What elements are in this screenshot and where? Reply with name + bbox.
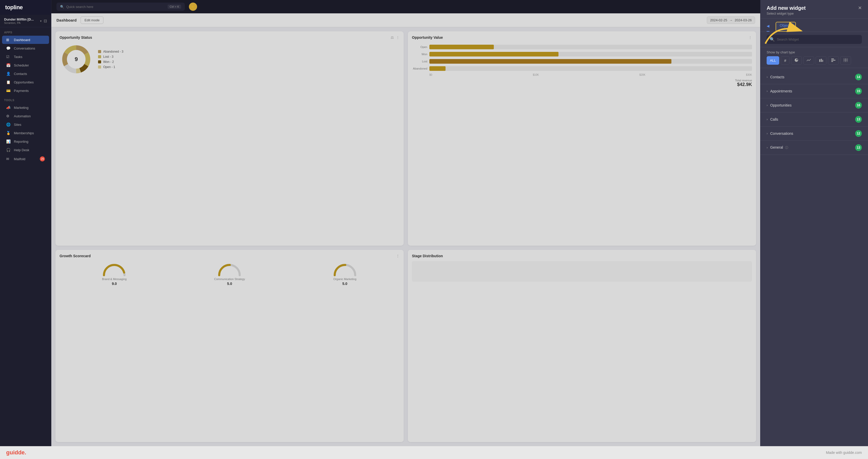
scorecard-item-brand: Brand & Messaging 9.0: [101, 261, 127, 286]
more-icon[interactable]: ⋮: [748, 35, 752, 39]
sidebar: topline Dunder Mifflin [D... Scranton, P…: [0, 0, 51, 446]
category-appointments[interactable]: › Appointments 15: [761, 84, 868, 98]
apps-section-label: Apps: [0, 27, 51, 35]
dashboard-bar: Dashboard Edit mode 2024-02-25 → 2024-03…: [51, 13, 760, 27]
chevron-right-icon: ›: [767, 118, 768, 121]
chevron-right-icon: ›: [767, 146, 768, 149]
scorecard-item-organic: Organic Marketing 5.0: [332, 261, 358, 286]
x-axis-labels: $0 $10K $20K $30K: [412, 73, 752, 76]
chevron-right-icon: ›: [767, 132, 768, 135]
category-opportunities[interactable]: › Opportunities 16: [761, 98, 868, 113]
legend-item: Won - 2: [98, 60, 123, 64]
legend-label-won: Won - 2: [103, 60, 114, 64]
x-label: $30K: [746, 73, 752, 76]
helpdesk-icon: 🎧: [6, 148, 11, 152]
tab-objects[interactable]: Objects: [776, 22, 796, 32]
chart-type-all[interactable]: ALL: [767, 56, 779, 65]
bar-label: Won: [412, 53, 427, 56]
stage-distribution-placeholder: [412, 261, 752, 282]
widget-header: Opportunity Value ⋮: [412, 35, 752, 39]
bar-track: [429, 45, 752, 49]
panel-title: Add new widget: [767, 5, 806, 11]
filter-icon[interactable]: ⚖: [391, 35, 394, 39]
category-contacts[interactable]: › Contacts 14: [761, 70, 868, 84]
category-general[interactable]: › General ⓘ 13: [761, 141, 868, 155]
footer: guidde. Made with guidde.com: [0, 446, 868, 459]
category-count-badge: 14: [855, 74, 862, 80]
workspace-selector[interactable]: Dunder Mifflin [D... Scranton, PA ▾ ⊟: [0, 15, 51, 27]
sidebar-item-conversations[interactable]: 💬 Conversations: [2, 44, 49, 52]
sidebar-item-dashboard[interactable]: ⊞ Dashboard: [2, 36, 49, 44]
sidebar-item-tasks[interactable]: ☑ Tasks: [2, 53, 49, 61]
sidebar-item-reporting[interactable]: 📊 Reporting: [2, 137, 49, 146]
dashboard-icon: ⊞: [6, 38, 11, 42]
chevron-right-icon: ›: [767, 103, 768, 107]
widget-title: Growth Scorecard: [60, 254, 91, 258]
bar-row-lost: Lost: [412, 59, 752, 64]
edit-mode-button[interactable]: Edit mode: [81, 17, 103, 24]
chart-type-table[interactable]: [840, 56, 851, 65]
category-count-badge: 13: [855, 116, 862, 123]
sidebar-item-helpdesk[interactable]: 🎧 Help Desk: [2, 146, 49, 154]
chart-type-hbar[interactable]: [828, 56, 839, 65]
chart-type-number[interactable]: #: [781, 56, 789, 65]
scorecard-label: Organic Marketing: [332, 277, 358, 281]
scorecard-label: Brand & Messaging: [101, 277, 127, 281]
more-icon[interactable]: ⋮: [396, 254, 400, 258]
widget-opportunity-status: Opportunity Status ⚖ ⋮: [56, 31, 404, 246]
sidebar-item-opportunities[interactable]: 📋 Opportunities: [2, 78, 49, 86]
bar-row-abandoned: Abandoned: [412, 66, 752, 71]
search-shortcut: Ctrl + K: [167, 5, 181, 9]
search-widget-input[interactable]: [777, 37, 859, 41]
chart-type-pie[interactable]: [791, 56, 802, 65]
layout-toggle-icon[interactable]: ⊟: [43, 19, 47, 23]
chevron-down-icon: ▾: [40, 19, 41, 23]
bar-fill: [429, 59, 672, 64]
close-button[interactable]: ✕: [858, 5, 862, 11]
legend-color-won: [98, 60, 101, 63]
x-label: $0: [429, 73, 432, 76]
search-bar[interactable]: 🔍 Quick search here Ctrl + K: [57, 3, 185, 11]
widget-title: Opportunity Status: [60, 35, 92, 39]
sidebar-item-label: Reporting: [14, 140, 28, 144]
widget-title: Stage Distribution: [412, 254, 443, 258]
widget-stage-distribution: Stage Distribution: [408, 250, 756, 442]
workspace-location: Scranton, PA: [4, 21, 39, 24]
legend-color-open: [98, 65, 101, 68]
more-icon[interactable]: ⋮: [396, 35, 400, 39]
bar-fill: [429, 45, 494, 49]
sidebar-item-marketing[interactable]: 📣 Marketing: [2, 103, 49, 112]
chart-type-bar[interactable]: [816, 56, 827, 65]
category-count-badge: 15: [855, 88, 862, 94]
mailfold-badge: 29: [40, 156, 45, 161]
panel-subtitle: Select widget type: [767, 11, 806, 16]
sidebar-item-memberships[interactable]: 🏅 Memberships: [2, 129, 49, 137]
sidebar-item-label: Memberships: [14, 131, 34, 135]
sidebar-item-label: Help Desk: [14, 148, 29, 152]
chart-type-line[interactable]: [803, 56, 814, 65]
date-range[interactable]: 2024-02-25 → 2024-03-26: [707, 17, 755, 24]
bar-label: Open: [412, 45, 427, 49]
scorecard-row: Brand & Messaging 9.0 Communication Stra…: [60, 261, 400, 286]
donut-chart: 9: [60, 42, 93, 76]
main-content: 🔍 Quick search here Ctrl + K ⚡ Dashboard…: [51, 0, 760, 446]
scorecard-value: 5.0: [332, 282, 358, 286]
apps-nav: ⊞ Dashboard 💬 Conversations ☑ Tasks 📅 Sc…: [0, 35, 51, 95]
category-name: Conversations: [770, 131, 855, 135]
sidebar-item-mailfold[interactable]: ✉ Mailfold 29: [2, 154, 49, 163]
sidebar-item-payments[interactable]: 💳 Payments: [2, 87, 49, 95]
category-conversations[interactable]: › Conversations 12: [761, 127, 868, 141]
chart-type-buttons: ALL #: [767, 56, 862, 65]
search-icon: 🔍: [60, 5, 64, 9]
category-calls[interactable]: › Calls 13: [761, 113, 868, 127]
category-count-badge: 13: [855, 144, 862, 151]
scorecard-label: Communication Strategy: [214, 277, 245, 281]
tab-back[interactable]: ◀: [767, 22, 770, 32]
lightning-button[interactable]: ⚡: [189, 3, 197, 11]
bar-track: [429, 59, 752, 64]
sidebar-item-scheduler[interactable]: 📅 Scheduler: [2, 61, 49, 69]
sidebar-item-sites[interactable]: 🌐 Sites: [2, 120, 49, 129]
conversations-icon: 💬: [6, 46, 11, 50]
sidebar-item-contacts[interactable]: 👤 Contacts: [2, 69, 49, 78]
sidebar-item-automation[interactable]: ⚙ Automation: [2, 112, 49, 120]
